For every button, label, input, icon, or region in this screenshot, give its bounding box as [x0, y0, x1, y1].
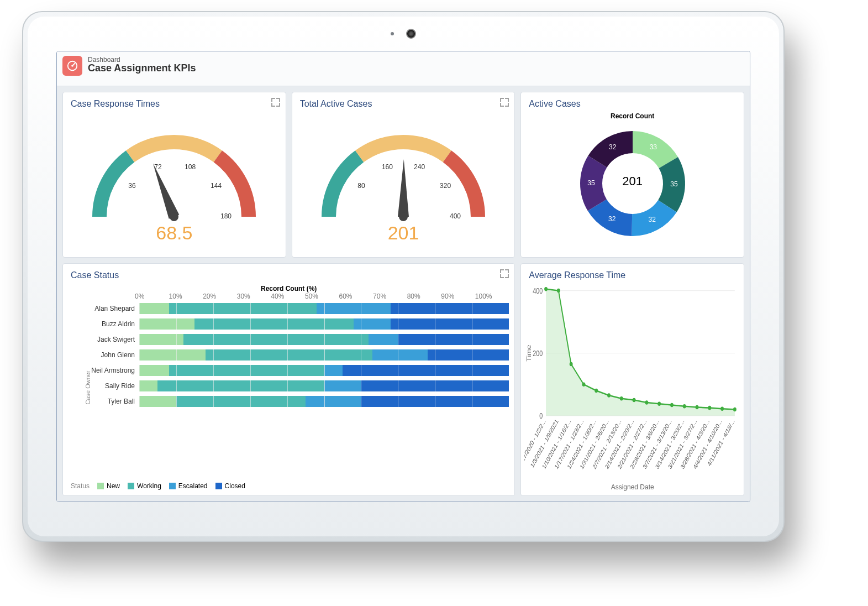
table-row: Buzz Aldrin: [69, 317, 509, 331]
row-label: John Glenn: [69, 351, 139, 359]
table-row: Sally Ride: [69, 379, 509, 393]
svg-text:180: 180: [220, 212, 232, 220]
svg-text:200: 200: [533, 349, 543, 358]
svg-text:36: 36: [129, 181, 136, 189]
svg-point-41: [696, 405, 699, 410]
stacked-bar: [139, 396, 509, 407]
svg-point-39: [670, 403, 674, 408]
svg-point-29: [544, 287, 548, 291]
table-row: Tyler Ball: [69, 394, 509, 409]
gauge-total-active: 80160240320400: [312, 123, 495, 228]
svg-text:32: 32: [648, 216, 656, 223]
svg-text:144: 144: [211, 181, 222, 189]
svg-marker-14: [398, 159, 409, 217]
y-axis-label: Case Owner: [85, 370, 91, 404]
svg-text:32: 32: [609, 143, 617, 151]
svg-point-38: [658, 402, 661, 406]
row-label: Jack Swigert: [69, 336, 139, 343]
x-axis-label: Assigned Date: [524, 483, 740, 491]
svg-point-40: [683, 404, 686, 409]
expand-icon[interactable]: [500, 98, 509, 107]
svg-text:160: 160: [382, 163, 393, 170]
svg-text:Time: Time: [526, 344, 533, 361]
row-label: Alan Shepard: [69, 305, 139, 312]
card-avg-response: Average Response Time 0200400Time12/27/2…: [520, 263, 744, 496]
card-total-active: Total Active Cases 80160240320400 201: [292, 92, 515, 258]
card-active-cases: Active Cases Record Count 333532323532 2…: [520, 92, 744, 258]
svg-marker-7: [153, 163, 179, 218]
svg-text:320: 320: [440, 181, 451, 189]
table-row: Neil Armstrong: [69, 363, 509, 378]
gauge-value: 68.5: [156, 222, 192, 244]
expand-icon[interactable]: [271, 98, 280, 107]
svg-point-32: [582, 382, 586, 386]
stacked-bar: [139, 365, 509, 376]
svg-point-30: [557, 289, 560, 293]
svg-text:80: 80: [357, 181, 365, 189]
svg-text:35: 35: [670, 180, 678, 188]
card-title: Active Cases: [521, 92, 744, 109]
row-label: Tyler Ball: [69, 398, 139, 405]
svg-point-44: [733, 408, 737, 412]
expand-icon[interactable]: [500, 269, 509, 278]
line-avg-response: 0200400Time12/27/2020 - 1/2/2...1/3/2021…: [524, 284, 740, 492]
camera: [391, 29, 416, 39]
gauge-response-times: 3672108144180: [83, 123, 265, 228]
dashboard-icon: [62, 56, 82, 76]
table-row: Alan Shepard: [69, 301, 509, 316]
card-response-times: Case Response Times 3672108144180 68.5: [62, 92, 286, 258]
legend-item: Escalated: [169, 482, 208, 490]
card-title: Average Response Time: [521, 264, 744, 280]
svg-point-37: [645, 400, 649, 405]
svg-point-15: [399, 212, 408, 221]
svg-point-34: [607, 393, 611, 398]
page-title: Case Assignment KPIs: [88, 62, 196, 74]
legend-label: Status: [71, 482, 90, 490]
svg-point-35: [620, 396, 623, 401]
legend-item: New: [97, 482, 120, 490]
svg-text:108: 108: [185, 163, 196, 170]
card-title: Case Response Times: [63, 92, 286, 109]
row-label: Neil Armstrong: [69, 367, 139, 374]
svg-point-31: [570, 362, 573, 367]
page-header: Dashboard Case Assignment KPIs: [57, 51, 750, 86]
svg-point-1: [71, 65, 73, 67]
table-row: Jack Swigert: [69, 332, 509, 347]
svg-point-43: [720, 407, 724, 411]
stacked-bar: [139, 318, 509, 330]
table-row: John Glenn: [69, 348, 509, 362]
svg-text:35: 35: [587, 179, 595, 187]
card-case-status: Case Status Case Owner Record Count (%) …: [62, 263, 515, 496]
svg-text:400: 400: [533, 286, 543, 295]
stacked-bar: [139, 303, 509, 314]
svg-text:240: 240: [414, 163, 425, 170]
donut-center-value: 201: [622, 174, 643, 189]
svg-text:33: 33: [649, 143, 657, 151]
stacked-bar: [139, 334, 509, 345]
svg-point-8: [170, 212, 178, 221]
row-label: Sally Ride: [69, 382, 139, 390]
stacked-bar: [139, 380, 509, 391]
gauge-value: 201: [388, 222, 419, 244]
svg-text:400: 400: [450, 212, 461, 220]
svg-text:32: 32: [608, 215, 616, 223]
card-title: Case Status: [63, 264, 514, 280]
row-label: Buzz Aldrin: [69, 320, 139, 328]
x-axis-label: Record Count (%): [69, 285, 509, 292]
svg-point-36: [633, 398, 636, 403]
svg-point-42: [708, 406, 712, 410]
tablet-frame: Dashboard Case Assignment KPIs Case Resp…: [22, 11, 785, 542]
svg-point-33: [595, 389, 598, 393]
card-title: Total Active Cases: [292, 92, 515, 109]
legend-item: Working: [128, 482, 161, 490]
legend-item: Closed: [215, 482, 245, 490]
stacked-bar: [139, 349, 509, 361]
chart-subtitle: Record Count: [611, 112, 654, 120]
app-screen: Dashboard Case Assignment KPIs Case Resp…: [56, 51, 750, 502]
